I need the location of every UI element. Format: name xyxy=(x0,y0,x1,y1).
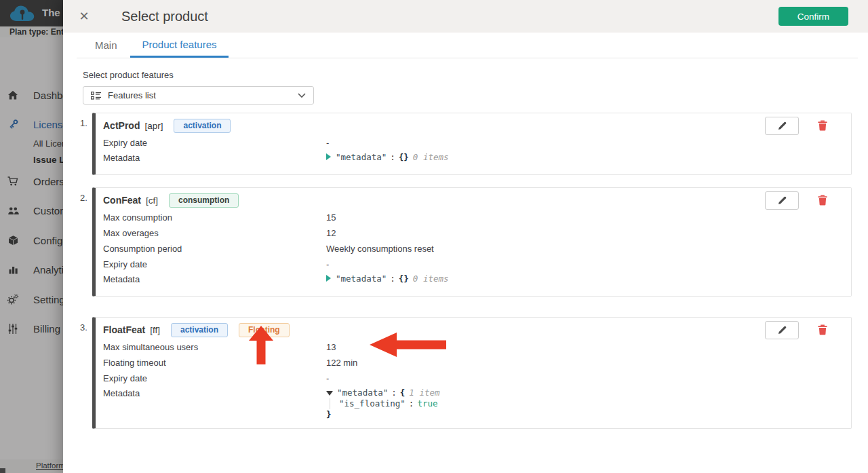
metadata-json-viewer: "metadata":{}0 items xyxy=(326,272,449,284)
feature-code: [cf] xyxy=(146,195,158,206)
feature-card: 3. FloatFeat [ff] activation Floating xyxy=(80,317,852,429)
json-braces: {} xyxy=(399,152,409,162)
json-item-count: 1 item xyxy=(409,387,439,398)
feature-row-label: Floating timeout xyxy=(103,358,326,368)
json-colon: : xyxy=(391,387,397,398)
feature-row-label: Max consumption xyxy=(103,212,326,223)
json-key: "metadata" xyxy=(337,387,388,398)
confirm-button[interactable]: Confirm xyxy=(778,7,848,26)
expand-metadata-icon[interactable] xyxy=(326,275,331,282)
feature-row: Consumption period Weekly consumptions r… xyxy=(103,241,827,257)
delete-feature-button[interactable] xyxy=(818,195,827,206)
json-item-count: 0 items xyxy=(413,273,449,284)
feature-row-label: Expiry date xyxy=(103,259,326,269)
delete-feature-button[interactable] xyxy=(818,324,827,335)
pencil-icon xyxy=(778,121,787,130)
modal-content: Select product features Features list 1.… xyxy=(63,58,868,429)
feature-type-badge: activation xyxy=(171,323,228,337)
feature-row-value: - xyxy=(326,373,329,383)
json-braces: {} xyxy=(399,273,409,284)
tab-bar: Main Product features xyxy=(77,33,858,58)
json-line: } xyxy=(326,409,439,420)
feature-row-label: Metadata xyxy=(103,151,326,163)
feature-index: 1. xyxy=(80,113,92,175)
feature-row-value: 122 min xyxy=(326,358,357,368)
feature-code: [ff] xyxy=(150,325,160,335)
json-child-line: "is_floating":true xyxy=(330,398,439,409)
feature-card: 1. ActProd [apr] activation xyxy=(80,113,852,175)
trash-icon xyxy=(818,324,827,335)
feature-row-label: Metadata xyxy=(103,272,326,284)
json-key: "is_floating" xyxy=(339,398,406,409)
features-list-dropdown[interactable]: Features list xyxy=(83,86,314,105)
feature-name: FloatFeat xyxy=(103,324,145,335)
feature-row-value: - xyxy=(326,138,329,148)
feature-row-label: Expiry date xyxy=(103,373,326,383)
json-colon: : xyxy=(390,152,395,162)
feature-card: 2. ConFeat [cf] consumption xyxy=(80,187,852,297)
feature-row: Max simultaneous users 13 xyxy=(103,339,827,355)
trash-icon xyxy=(818,195,827,206)
json-colon: : xyxy=(409,398,414,409)
feature-row-label: Expiry date xyxy=(103,138,326,148)
json-key: "metadata" xyxy=(336,152,387,162)
pencil-icon xyxy=(778,196,787,205)
feature-row-value: - xyxy=(326,259,329,269)
feature-index: 2. xyxy=(80,187,92,297)
metadata-json-viewer: "metadata":{1 item "is_floating":true } xyxy=(326,386,439,420)
tab-product-features[interactable]: Product features xyxy=(130,33,229,58)
feature-row-label: Max overages xyxy=(103,228,326,238)
feature-row: Expiry date - xyxy=(103,257,827,272)
json-line: "metadata":{1 item xyxy=(326,387,439,398)
feature-row-metadata: Metadata "metadata":{}0 items xyxy=(103,272,827,288)
json-colon: : xyxy=(390,273,395,284)
feature-name: ActProd xyxy=(103,120,140,131)
section-label: Select product features xyxy=(83,70,868,80)
metadata-json-viewer: "metadata":{}0 items xyxy=(326,151,449,163)
feature-row: Max overages 12 xyxy=(103,225,827,241)
json-bool-value: true xyxy=(417,398,437,409)
trash-icon xyxy=(818,120,827,131)
floating-badge: Floating xyxy=(239,323,290,337)
feature-row-metadata: Metadata "metadata":{1 item "is_floating… xyxy=(103,386,827,420)
feature-row-label: Consumption period xyxy=(103,244,326,254)
json-close-brace: } xyxy=(326,409,332,419)
feature-name: ConFeat xyxy=(103,195,141,206)
select-product-modal: ✕ Select product Confirm Main Product fe… xyxy=(63,0,868,473)
dropdown-value: Features list xyxy=(108,90,156,100)
close-icon[interactable]: ✕ xyxy=(77,10,92,22)
edit-feature-button[interactable] xyxy=(765,117,799,135)
feature-row-label: Max simultaneous users xyxy=(103,342,326,352)
feature-row: Expiry date - xyxy=(103,371,827,386)
feature-code: [apr] xyxy=(144,121,163,131)
tab-main[interactable]: Main xyxy=(95,33,117,58)
edit-feature-button[interactable] xyxy=(765,321,799,339)
feature-row: Max consumption 15 xyxy=(103,210,827,225)
feature-row-metadata: Metadata "metadata":{}0 items xyxy=(103,151,827,166)
feature-type-badge: activation xyxy=(174,119,231,133)
json-key: "metadata" xyxy=(336,273,387,284)
pencil-icon xyxy=(778,326,787,335)
feature-index: 3. xyxy=(80,317,92,429)
feature-row: Floating timeout 122 min xyxy=(103,355,827,371)
feature-type-badge: consumption xyxy=(169,193,239,208)
screen: The E Plan type: Enterpr Dashboard Licen… xyxy=(0,0,868,473)
feature-row-value: Weekly consumptions reset xyxy=(326,244,434,254)
delete-feature-button[interactable] xyxy=(818,120,827,131)
chevron-down-icon xyxy=(298,93,306,98)
feature-row-value: 15 xyxy=(326,212,336,223)
feature-row: Expiry date - xyxy=(103,135,827,151)
list-icon xyxy=(91,92,101,100)
expand-metadata-icon[interactable] xyxy=(326,153,331,160)
json-item-count: 0 items xyxy=(413,152,449,162)
edit-feature-button[interactable] xyxy=(765,191,799,210)
json-open-brace: { xyxy=(400,387,406,398)
collapse-metadata-icon[interactable] xyxy=(326,391,333,396)
feature-row-value: 13 xyxy=(326,342,336,352)
feature-row-label: Metadata xyxy=(103,386,326,398)
modal-header: ✕ Select product Confirm xyxy=(63,0,868,33)
modal-title: Select product xyxy=(121,9,208,24)
feature-row-value: 12 xyxy=(326,228,336,238)
